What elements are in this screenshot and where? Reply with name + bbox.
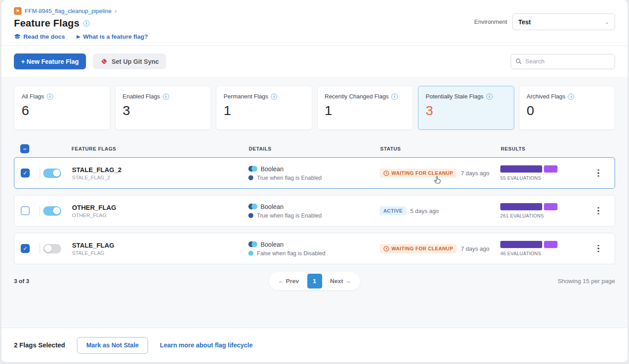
- stat-value: 1: [224, 103, 305, 118]
- boolean-type-icon: [248, 166, 257, 172]
- what-is-flag-link[interactable]: ▶ What is a feature flag?: [76, 33, 148, 40]
- row-checkbox[interactable]: [21, 206, 30, 215]
- new-feature-flag-button[interactable]: + New Feature Flag: [14, 53, 86, 69]
- row-menu-button[interactable]: [589, 242, 608, 255]
- evaluations-bar: [500, 165, 557, 173]
- mark-not-stale-button[interactable]: Mark as Not Stale: [77, 337, 148, 354]
- flag-toggle[interactable]: [43, 244, 61, 253]
- pagination: ← Prev 1 Next →: [269, 272, 360, 290]
- info-icon[interactable]: i: [271, 93, 277, 100]
- stat-value: 3: [426, 103, 507, 118]
- column-header-status: STATUS: [380, 146, 501, 151]
- toolbar: + New Feature Flag Set Up Git Sync: [1, 46, 628, 77]
- status-date: 7 days ago: [461, 170, 490, 177]
- column-header-results: RESULTS: [501, 146, 589, 151]
- status-date: 7 days ago: [461, 245, 490, 252]
- per-page-label: Showing 15 per page: [557, 278, 615, 284]
- info-icon[interactable]: i: [47, 93, 53, 100]
- environment-select[interactable]: Test ⌄: [512, 13, 615, 30]
- row-menu-button[interactable]: [589, 204, 608, 218]
- status-badge: ACTIVE: [380, 206, 406, 215]
- git-sync-button[interactable]: Set Up Git Sync: [93, 53, 166, 69]
- boolean-type-icon: [248, 241, 257, 247]
- next-page-button[interactable]: Next →: [324, 275, 358, 287]
- search-input[interactable]: [525, 58, 610, 65]
- variation-dot: [248, 251, 253, 256]
- environment-label: Environment: [474, 18, 507, 25]
- column-header-flags: FEATURE FLAGS: [72, 146, 249, 151]
- page-title: Feature Flags: [14, 18, 80, 29]
- read-docs-link[interactable]: Read the docs: [14, 33, 65, 40]
- info-icon[interactable]: i: [163, 93, 169, 100]
- clock-icon: [383, 246, 389, 252]
- stat-cards: All Flagsi 6 Enabled Flagsi 3 Permanent …: [14, 86, 615, 130]
- flag-id: STALE_FLAG: [72, 250, 248, 256]
- status-badge: WAITING FOR CLEANUP: [380, 169, 457, 178]
- stat-value: 1: [325, 103, 406, 118]
- variation-dot: [248, 175, 253, 180]
- flag-id: OTHER_FLAG: [72, 213, 248, 218]
- select-all-checkbox[interactable]: [20, 144, 29, 153]
- breadcrumb-chevron-icon: ›: [115, 8, 117, 14]
- row-checkbox[interactable]: [21, 169, 30, 178]
- flag-name[interactable]: OTHER_FLAG: [72, 204, 248, 211]
- flag-name[interactable]: STALE_FLAG_2: [72, 166, 248, 173]
- flag-name[interactable]: STALE_FLAG: [72, 242, 248, 249]
- rows-summary: 3 of 3: [14, 278, 29, 284]
- divider: [40, 168, 40, 178]
- row-checkbox[interactable]: [21, 244, 30, 253]
- table-row[interactable]: STALE_FLAG_2 STALE_FLAG_2 Boolean True w…: [14, 157, 615, 189]
- info-icon[interactable]: i: [391, 93, 398, 100]
- breadcrumb-project-link[interactable]: FFM-8945_flag_cleanup_pipeline: [25, 8, 112, 14]
- info-icon[interactable]: i: [568, 93, 574, 100]
- column-header-details: DETAILS: [249, 146, 380, 151]
- stat-card-enabled-flags[interactable]: Enabled Flagsi 3: [115, 86, 211, 130]
- divider: [40, 205, 40, 216]
- search-icon: [516, 58, 521, 65]
- stat-value: 6: [22, 103, 103, 118]
- git-icon: [100, 58, 108, 65]
- prev-page-button[interactable]: ← Prev: [272, 275, 306, 287]
- evaluations-label: 55 EVALUATIONS: [500, 175, 541, 181]
- table-row[interactable]: OTHER_FLAG OTHER_FLAG Boolean True when …: [14, 195, 615, 226]
- divider: [40, 243, 40, 254]
- main-content: All Flagsi 6 Enabled Flagsi 3 Permanent …: [1, 77, 628, 328]
- evaluations-label: 46 EVALUATIONS: [500, 251, 541, 256]
- stat-value: 3: [123, 103, 204, 118]
- boolean-type-icon: [248, 204, 257, 209]
- flag-toggle[interactable]: [43, 169, 61, 178]
- page-header: ⚑ FFM-8945_flag_cleanup_pipeline › Featu…: [1, 0, 628, 46]
- evaluations-label: 261 EVALUATIONS: [500, 213, 544, 218]
- stat-value: 0: [527, 103, 608, 118]
- clock-icon: [383, 170, 389, 176]
- title-info-icon[interactable]: i: [83, 20, 90, 27]
- table-footer: 3 of 3 ← Prev 1 Next → Showing 15 per pa…: [14, 271, 615, 290]
- status-badge: WAITING FOR CLEANUP: [380, 244, 457, 253]
- flag-toggle[interactable]: [43, 206, 61, 216]
- feature-flags-page: ⚑ FFM-8945_flag_cleanup_pipeline › Featu…: [1, 0, 628, 362]
- stat-card-recently-changed-flags[interactable]: Recently Changed Flagsi 1: [317, 86, 413, 130]
- docs-icon: [14, 34, 21, 40]
- flag-id: STALE_FLAG_2: [72, 175, 248, 180]
- search-box[interactable]: [511, 54, 615, 69]
- play-icon: ▶: [76, 34, 80, 40]
- selection-bar: 2 Flags Selected Mark as Not Stale Learn…: [1, 328, 628, 362]
- evaluations-bar: [500, 203, 557, 210]
- stat-card-potentially-stale-flags[interactable]: Potentially Stale Flagsi 3: [418, 86, 514, 130]
- variation-dot: [248, 213, 253, 218]
- chevron-down-icon: ⌄: [605, 19, 609, 25]
- table-row[interactable]: STALE_FLAG STALE_FLAG Boolean False when…: [14, 233, 615, 264]
- evaluations-bar: [500, 241, 557, 248]
- environment-value: Test: [518, 18, 531, 26]
- stat-card-archived-flags[interactable]: Archived Flagsi 0: [519, 86, 616, 130]
- current-page-button[interactable]: 1: [307, 274, 322, 289]
- flag-lifecycle-link[interactable]: Learn more about flag lifecycle: [160, 342, 252, 349]
- row-menu-button[interactable]: [589, 167, 608, 180]
- status-date: 5 days ago: [410, 208, 439, 214]
- stat-card-all-flags[interactable]: All Flagsi 6: [14, 86, 110, 130]
- feature-flags-module-icon: ⚑: [14, 7, 22, 15]
- flags-selected-label: 2 Flags Selected: [14, 342, 65, 349]
- info-icon[interactable]: i: [486, 93, 493, 100]
- table-header: FEATURE FLAGS DETAILS STATUS RESULTS: [14, 140, 615, 157]
- stat-card-permanent-flags[interactable]: Permanent Flagsi 1: [216, 86, 312, 130]
